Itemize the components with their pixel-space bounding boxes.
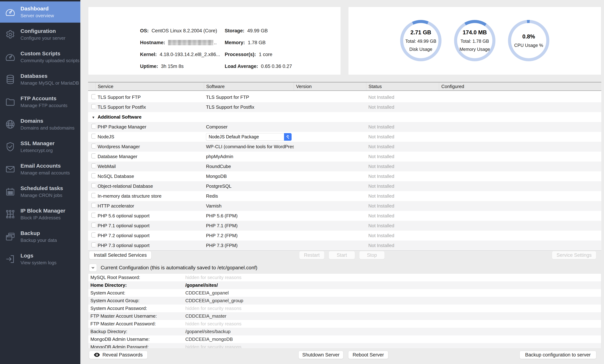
service-checkbox[interactable] [91, 203, 95, 208]
service-checkbox[interactable] [91, 144, 95, 149]
status-cell: Not Installed [366, 213, 439, 219]
sidebar-item[interactable]: SSL Manager Letsencrypt.org [0, 136, 80, 158]
table-row: WebMail RoundCube Not Installed [88, 161, 601, 171]
service-settings-button[interactable]: Service Settings [552, 251, 596, 259]
config-value: /gopanel/sites/backup [185, 329, 231, 334]
table-row: PHP 5.6 optional support PHP 5.6 (FPM) N… [88, 211, 601, 221]
sidebar-item[interactable]: IP Block Manager Block IP Addresses [0, 204, 80, 225]
sidebar-item-subtitle: Manage FTP accounts [21, 103, 67, 108]
info-label: Memory: [225, 40, 245, 46]
sidebar-item-subtitle: Manage email accounts [21, 170, 70, 176]
gauge-icon [5, 6, 16, 18]
shield-icon [5, 141, 16, 152]
config-label: System Account Password: [88, 306, 185, 311]
table-row: TLS Support for Postfix TLS Support for … [88, 102, 601, 112]
service-checkbox[interactable] [91, 193, 95, 198]
sidebar-item[interactable]: Dashboard Server overview [0, 1, 80, 23]
service-checkbox[interactable] [91, 242, 95, 247]
software-name: WP-CLI (command-line tools for WordPress… [204, 144, 294, 149]
service-checkbox[interactable] [91, 153, 95, 158]
info-value: CentOS Linux 8.2.2004 (Core) [151, 28, 217, 34]
service-name: Wordpress Manager [95, 144, 204, 149]
sidebar-item-title: FTP Accounts [21, 95, 67, 102]
config-label: System Account Group: [88, 298, 185, 303]
sidebar-item[interactable]: Configuration Configure your server [0, 24, 80, 45]
gauge-label: CPU Usage % [514, 43, 543, 48]
config-row: MongoDB Admin Password: hidden for secur… [88, 343, 601, 348]
config-row: Backup Directory: /gopanel/sites/backup [88, 328, 601, 335]
service-checkbox[interactable] [91, 183, 95, 188]
services-table-header: Service Software Version Status Configur… [88, 83, 601, 91]
sidebar-item[interactable]: Databases Manage MySQL or MariaDB [0, 69, 80, 90]
sidebar-item[interactable]: Email Accounts Manage email accounts [0, 159, 80, 180]
sidebar-item[interactable]: Scheduled tasks Manage CRON jobs [0, 181, 80, 202]
config-section-title: Current Configuration (this is automatic… [101, 264, 257, 272]
restart-button[interactable]: Restart [299, 251, 325, 259]
config-value: CDDCEEIA_gopanel [185, 290, 229, 296]
eye-icon [94, 352, 100, 357]
service-checkbox[interactable] [91, 163, 95, 168]
software-name: Redis [204, 193, 294, 199]
service-checkbox[interactable] [91, 104, 95, 109]
service-checkbox[interactable] [91, 232, 95, 238]
select-value: NodeJS Default Package [206, 134, 284, 139]
sidebar-item[interactable]: Domains Domains and subdomains [0, 114, 80, 135]
info-label: Load Average: [225, 64, 258, 69]
software-name: PHP 7.1 (FPM) [204, 223, 294, 229]
folder-icon [5, 96, 16, 108]
reboot-server-button[interactable]: Reboot Server [348, 351, 388, 359]
chevron-down-icon [90, 265, 96, 270]
table-row: Object-relational Database PostgreSQL No… [88, 181, 601, 191]
service-checkbox[interactable] [91, 213, 95, 218]
service-checkbox[interactable] [91, 94, 95, 99]
table-row: NoSQL Database MongoDB Not Installed [88, 171, 601, 181]
shutdown-server-button[interactable]: Shutdown Server [298, 351, 343, 359]
column-header-software: Software [204, 83, 294, 90]
table-row: PHP Package Manager Composer Not Install… [88, 122, 601, 132]
service-checkbox[interactable] [91, 223, 95, 228]
database-icon [5, 74, 16, 85]
install-selected-services-button[interactable]: Install Selected Services [89, 251, 151, 259]
reveal-passwords-button[interactable]: Reveal Passwords [89, 351, 148, 359]
info-label: Kernel: [140, 52, 157, 57]
info-value: 1.78 GB [248, 40, 266, 46]
start-button[interactable]: Start [329, 251, 355, 259]
software-name: MongoDB [204, 174, 294, 179]
info-value: 0.65 0.36 0.27 [261, 64, 292, 69]
gauge-icon [5, 51, 16, 62]
sidebar-item-title: IP Block Manager [21, 207, 65, 214]
status-cell: Not Installed [366, 164, 439, 169]
info-label: Storage: [225, 28, 244, 34]
config-collapse-button[interactable] [89, 264, 97, 272]
service-checkbox[interactable] [91, 124, 95, 129]
collapse-triangle-icon[interactable]: ▼ [92, 116, 95, 119]
server-info-row: Storage: 49.99 GB [225, 25, 292, 37]
sidebar-item[interactable]: Custom Scripts Community uploaded script… [0, 46, 80, 68]
sidebar-item-title: Databases [21, 73, 79, 79]
service-checkbox[interactable] [91, 173, 95, 178]
redacted-hostname [168, 40, 213, 45]
nodejs-package-select[interactable]: NodeJS Default Package [206, 133, 291, 141]
service-name: TLS Support for FTP [95, 95, 204, 100]
status-cell: Not Installed [366, 134, 439, 140]
server-info-row: Load Average: 0.65 0.36 0.27 [225, 60, 292, 72]
info-value: 4.18.0-193.14.2.el8_2.x86... [160, 52, 220, 57]
config-row: FTP Master Account Password: hidden for … [88, 320, 601, 328]
usage-gauge: 2.71 GB Total: 49.99 GB Disk Usage [400, 20, 441, 61]
stop-button[interactable]: Stop [359, 251, 385, 259]
service-name: WebMail [95, 164, 204, 169]
gauge-value: 2.71 GB [410, 29, 431, 36]
config-row: System Account Password: hidden for secu… [88, 304, 601, 312]
info-label: Uptime: [140, 64, 158, 69]
sidebar: Dashboard Server overview Configuration … [0, 0, 80, 364]
service-checkbox[interactable] [91, 134, 95, 139]
sidebar-item[interactable]: FTP Accounts Manage FTP accounts [0, 91, 80, 112]
envelope-icon [5, 164, 16, 175]
config-value: CDDCEEIA_gopanel_group [185, 298, 243, 303]
sidebar-item[interactable]: Logs View system logs [0, 248, 80, 270]
sidebar-item-subtitle: Manage CRON jobs [21, 193, 63, 198]
usage-gauge: 0.8% CPU Usage % [508, 20, 549, 61]
column-header-status: Status [366, 83, 439, 90]
sidebar-item[interactable]: Backup Backup your data [0, 226, 80, 247]
backup-configuration-button[interactable]: Backup configuration to server [519, 351, 596, 359]
